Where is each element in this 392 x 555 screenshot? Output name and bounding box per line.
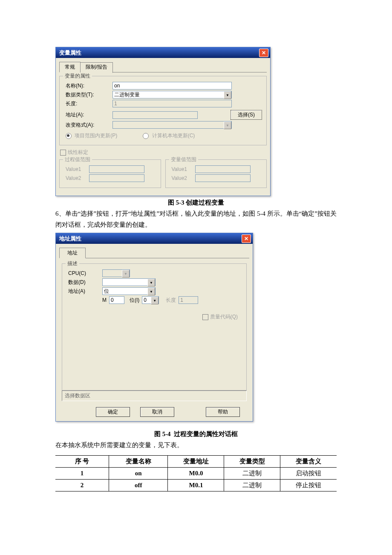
cpu-select: ▼: [102, 269, 130, 277]
variables-table: 序 号 变量名称 变量地址 变量类型 变量含义 1 on M0.0 二进制 启动…: [55, 455, 337, 491]
label-addr: 地址(A): [68, 288, 102, 295]
len-input: [179, 296, 198, 304]
label-value2: Value2: [66, 175, 89, 181]
th-no: 序 号: [55, 455, 109, 467]
cancel-button[interactable]: 取消: [140, 407, 174, 417]
label-length: 长度:: [66, 100, 112, 107]
chevron-down-icon: ▼: [224, 121, 231, 129]
radio-project-update: 项目范围内更新(P): [66, 132, 117, 139]
group-variable-range: 变量值范围 Value1 Value2: [165, 159, 267, 188]
dialog-title: 地址属性: [59, 235, 242, 243]
tab-limit[interactable]: 限制/报告: [80, 62, 113, 73]
th-type: 变量类型: [224, 455, 280, 467]
dialog-title: 变量属性: [59, 49, 259, 57]
radio-icon: [143, 133, 149, 139]
figure-5-4-caption: 图 5-4 过程变量的属性对话框: [55, 430, 337, 438]
label-value2: Value2: [172, 175, 195, 181]
proc-value1-input: [89, 165, 144, 173]
chevron-down-icon[interactable]: ▼: [224, 91, 231, 99]
radio-local-update: 计算机本地更新(C): [143, 132, 195, 139]
linear-scaling-check: 线性标定: [68, 149, 88, 156]
label-len: 长度: [166, 297, 176, 304]
label-bit: 位(I): [130, 297, 139, 304]
th-addr: 变量地址: [168, 455, 224, 467]
label-address: 地址(A):: [66, 111, 112, 119]
proc-value2-input: [89, 174, 144, 182]
addr-select[interactable]: ▼: [102, 287, 156, 295]
chevron-down-icon[interactable]: ▼: [147, 279, 155, 286]
group-process-range: 过程值范围 Value1 Value2: [59, 159, 161, 188]
titlebar: 地址属性 ✕: [56, 233, 253, 244]
select-button[interactable]: 选择(S): [231, 110, 262, 120]
label-name: 名称(N):: [66, 82, 112, 90]
checkbox-icon: [60, 150, 66, 156]
ok-button[interactable]: 确定: [96, 407, 130, 417]
th-mean: 变量含义: [280, 455, 337, 467]
label-value1: Value1: [66, 166, 89, 172]
var-value2-input: [195, 174, 251, 182]
m-input[interactable]: [109, 296, 124, 304]
datatype-select[interactable]: ▼: [112, 91, 232, 98]
close-icon[interactable]: ✕: [259, 49, 268, 57]
group-variable-props: 变量的属性 名称(N): 数据类型(T): ▼ 长度:: [59, 76, 267, 145]
bit-select[interactable]: ▼: [142, 296, 159, 304]
tabbar: 地址: [59, 247, 249, 258]
table-row: 2 off M0.1 二进制 停止按钮: [55, 479, 337, 491]
figure-5-3-caption: 图 5-3 创建过程变量: [55, 199, 337, 207]
format-select: ▼: [112, 121, 232, 129]
variable-properties-dialog: 变量属性 ✕ 常规 限制/报告 变量的属性 名称(N): 数据类型(T): ▼: [55, 47, 271, 196]
tab-address[interactable]: 地址: [59, 248, 86, 258]
chevron-down-icon: ▼: [122, 270, 130, 278]
label-format: 改变格式(A):: [66, 121, 112, 129]
group-description: 描述 CPU(C) ▼ 数据(D) ▼: [62, 263, 247, 390]
address-input: [112, 111, 198, 119]
status-text: 选择数据区: [62, 390, 247, 401]
tabbar: 常规 限制/报告: [59, 61, 267, 72]
titlebar: 变量属性 ✕: [56, 47, 270, 58]
tab-general[interactable]: 常规: [59, 62, 81, 72]
label-data: 数据(D): [68, 279, 102, 286]
chevron-down-icon[interactable]: ▼: [151, 297, 159, 304]
quality-code-check: 质量代码(Q): [210, 313, 238, 321]
label-datatype: 数据类型(T):: [66, 91, 112, 98]
checkbox-icon: [202, 314, 208, 320]
data-select[interactable]: ▼: [102, 278, 156, 286]
label-value1: Value1: [172, 166, 195, 172]
name-input[interactable]: [112, 82, 232, 90]
button-row: 确定 取消 帮助: [62, 405, 247, 417]
chevron-down-icon[interactable]: ▼: [147, 288, 155, 295]
paragraph-step-6: 6、单击“选择”按钮，打开“地址属性”对话框，输入此变量的地址，如图 5-4 所…: [55, 208, 337, 230]
length-input: [112, 100, 232, 107]
group-legend: 变量的属性: [63, 72, 92, 80]
paragraph-table-intro: 在本抽水系统中所需要建立的变量，见下表。: [55, 440, 337, 451]
th-name: 变量名称: [109, 455, 168, 467]
close-icon[interactable]: ✕: [242, 234, 251, 243]
var-value1-input: [195, 165, 251, 173]
table-row: 1 on M0.0 二进制 启动按钮: [55, 467, 337, 479]
address-properties-dialog: 地址属性 ✕ 地址 描述 CPU(C) ▼: [55, 233, 253, 422]
label-cpu: CPU(C): [68, 270, 102, 276]
help-button[interactable]: 帮助: [206, 407, 240, 417]
radio-icon: [66, 133, 72, 139]
label-m: M: [102, 297, 107, 303]
